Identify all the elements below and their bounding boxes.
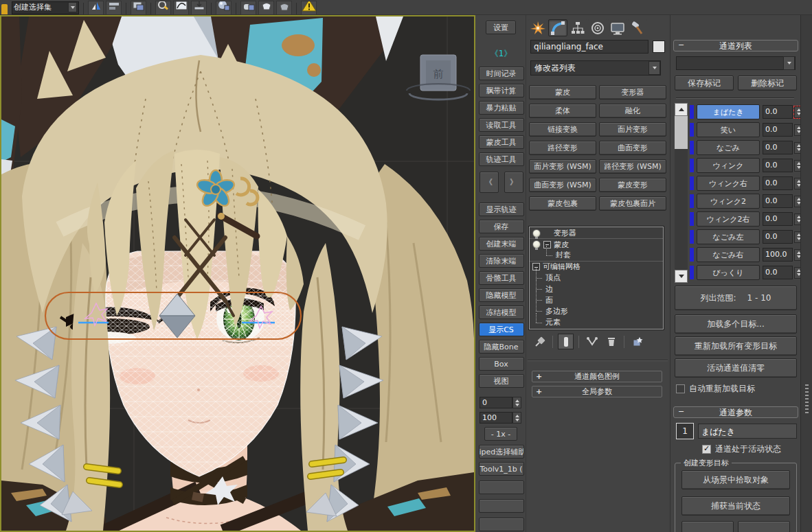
- sidebar-tool-button[interactable]: 蒙皮工具: [479, 135, 524, 149]
- channel-value-field[interactable]: 0.0: [763, 159, 793, 172]
- chevron-down-icon[interactable]: [783, 56, 795, 70]
- align-icon[interactable]: [106, 1, 122, 14]
- sidebar-extra-button[interactable]: iped选择辅助: [479, 445, 524, 459]
- morph-channel-button[interactable]: ウィンク右: [697, 176, 760, 191]
- sidebar-tool-button[interactable]: 隐藏Bone: [479, 340, 524, 354]
- morph-channel-button[interactable]: ウィンク2右: [697, 211, 760, 227]
- frame-end-field[interactable]: 100: [480, 412, 512, 424]
- pick-object-from-scene-button[interactable]: 从场景中拾取对象: [681, 470, 790, 489]
- modifier-button[interactable]: 链接变换: [529, 122, 596, 137]
- sidebar-tool-button[interactable]: 读取工具: [479, 118, 524, 132]
- sidebar-tool-button[interactable]: 暴力粘贴: [479, 101, 524, 115]
- modifier-button[interactable]: 蒙皮变形: [599, 178, 666, 192]
- modifier-button[interactable]: 面片变形: [599, 122, 666, 137]
- frame-start-spinner[interactable]: [512, 397, 521, 408]
- tab-motion[interactable]: [588, 19, 607, 36]
- scrollbar-thumb[interactable]: [675, 116, 688, 149]
- modifier-button[interactable]: 融化: [599, 104, 666, 118]
- visibility-bulb-icon[interactable]: [532, 240, 541, 248]
- channel-value-field[interactable]: 0.0: [763, 176, 793, 190]
- tab-create[interactable]: [528, 19, 548, 36]
- tab-hierarchy[interactable]: [568, 19, 587, 36]
- visibility-bulb-icon[interactable]: [532, 229, 541, 238]
- sidebar-tool-button[interactable]: 隐藏模型: [479, 288, 524, 302]
- show-end-result-icon[interactable]: [558, 334, 574, 349]
- stack-item[interactable]: 元素: [530, 317, 663, 328]
- modifier-button[interactable]: 蒙皮: [529, 85, 596, 100]
- sidebar-tool-button[interactable]: Box: [479, 357, 524, 371]
- sidebar-tool-button[interactable]: 视图: [479, 374, 524, 388]
- channel-value-spinner[interactable]: [794, 213, 800, 225]
- scroll-up-icon[interactable]: [675, 103, 688, 116]
- rollout-header-collapsed[interactable]: 全局参数: [532, 386, 662, 397]
- empty-slot-button[interactable]: [479, 518, 524, 531]
- stack-item[interactable]: 可编辑网格: [530, 262, 663, 273]
- settings-button[interactable]: 设置: [486, 21, 516, 34]
- curve-editor-icon[interactable]: [173, 1, 189, 14]
- channel-value-spinner[interactable]: [794, 249, 800, 261]
- clipped-button[interactable]: [681, 521, 734, 532]
- modifier-list-dropdown[interactable]: 修改器列表: [530, 60, 661, 76]
- object-color-swatch[interactable]: [653, 41, 665, 53]
- viewport-canvas[interactable]: 前: [1, 16, 474, 531]
- channel-value-spinner[interactable]: [794, 267, 800, 279]
- modifier-button[interactable]: 柔体: [529, 104, 596, 118]
- modifier-button[interactable]: 曲面变形: [599, 141, 666, 155]
- material-editor-icon[interactable]: [216, 1, 232, 14]
- morph-channel-button[interactable]: ウィンク2: [697, 194, 760, 209]
- channel-value-spinner[interactable]: [794, 231, 800, 243]
- stack-item[interactable]: 边: [530, 284, 663, 294]
- rollout-channel-parameters[interactable]: 通道参数: [673, 406, 798, 418]
- pin-stack-icon[interactable]: [532, 334, 548, 349]
- render-production-icon[interactable]: [276, 1, 292, 14]
- stack-item[interactable]: 封套: [530, 250, 663, 261]
- modifier-button[interactable]: 路径变形: [529, 141, 596, 155]
- named-selection-sets-dropdown[interactable]: 创建选择集: [12, 1, 79, 14]
- marker-dropdown[interactable]: [676, 56, 796, 70]
- morph-channel-button[interactable]: なごみ右: [697, 247, 760, 262]
- render-setup-icon[interactable]: [240, 1, 256, 14]
- make-unique-icon[interactable]: [584, 334, 600, 349]
- modifier-button[interactable]: 变形器: [599, 85, 666, 100]
- step-button[interactable]: - 1x -: [484, 427, 517, 441]
- channel-value-field[interactable]: 0.0: [763, 105, 793, 119]
- empty-slot-button[interactable]: [479, 499, 524, 513]
- reload-all-morph-targets-button[interactable]: 重新加载所有变形目标: [675, 336, 797, 356]
- stack-item[interactable]: 多边形: [530, 305, 663, 316]
- tab-modify[interactable]: [548, 19, 567, 36]
- channel-value-spinner[interactable]: [794, 160, 800, 172]
- sidebar-tool-button[interactable]: 时间记录: [479, 67, 524, 80]
- mirror-icon[interactable]: [88, 1, 104, 14]
- channel-active-checkbox[interactable]: [702, 445, 711, 454]
- configure-modifier-sets-icon[interactable]: [629, 334, 645, 349]
- morph-channel-button[interactable]: ウィンク: [697, 158, 760, 173]
- modifier-button[interactable]: 蒙皮包裹面片: [599, 196, 666, 211]
- warning-icon[interactable]: [301, 1, 317, 14]
- sidebar-tool-button[interactable]: 骨骼工具: [479, 271, 524, 285]
- prev-page-button[interactable]: 《: [480, 172, 499, 193]
- channel-value-spinner[interactable]: [794, 124, 800, 136]
- layer-manager-icon[interactable]: [131, 1, 146, 14]
- empty-slot-button[interactable]: [479, 481, 524, 494]
- chevron-down-icon[interactable]: [68, 2, 77, 12]
- morph-channel-button[interactable]: なごみ左: [697, 229, 760, 244]
- channel-number-button[interactable]: 1: [676, 423, 694, 439]
- dope-sheet-icon[interactable]: [191, 1, 207, 14]
- delete-marker-button[interactable]: 删除标记: [738, 76, 797, 91]
- channel-value-field[interactable]: 0.0: [763, 230, 793, 244]
- stack-item[interactable]: 面: [530, 294, 663, 305]
- sidebar-tool-button[interactable]: 清除末端: [479, 254, 524, 268]
- morph-channel-button[interactable]: びっくり: [697, 265, 760, 280]
- channel-value-field[interactable]: 0.0: [763, 194, 793, 208]
- sidebar-tool-button[interactable]: 创建末端: [479, 237, 524, 251]
- scroll-down-icon[interactable]: [675, 270, 688, 283]
- sidebar-extra-button[interactable]: Toolv1_1b (: [479, 462, 524, 476]
- rollout-channel-list[interactable]: 通道列表: [673, 40, 798, 51]
- list-range-button[interactable]: 列出范围: 1 - 10: [675, 286, 797, 310]
- modifier-button[interactable]: 蒙皮包裹: [529, 196, 596, 211]
- chevron-down-icon[interactable]: [649, 61, 660, 75]
- channel-value-field[interactable]: 0.0: [763, 212, 793, 226]
- next-page-button[interactable]: 》: [504, 172, 523, 193]
- viewcube-face-label[interactable]: 前: [433, 68, 444, 80]
- channel-value-spinner[interactable]: [794, 106, 800, 118]
